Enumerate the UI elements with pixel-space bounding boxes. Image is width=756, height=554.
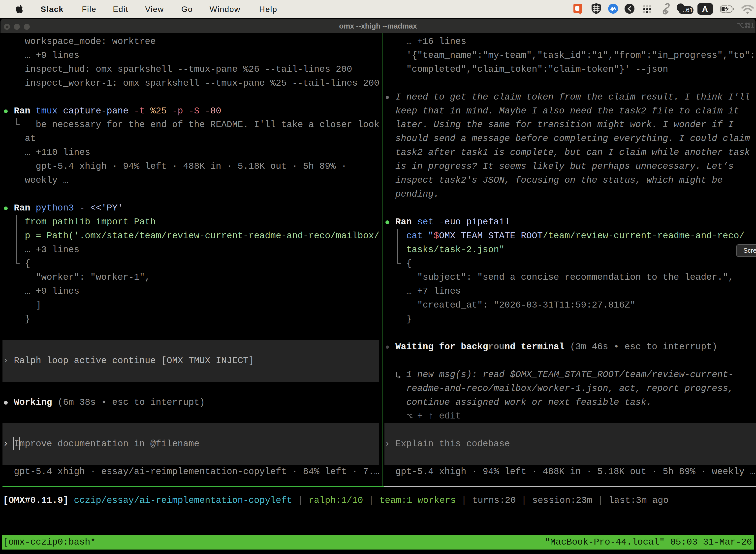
svg-text:A: A — [702, 4, 708, 14]
svg-text:1: 1 — [751, 22, 754, 29]
svg-text:..61: ..61 — [683, 6, 693, 13]
